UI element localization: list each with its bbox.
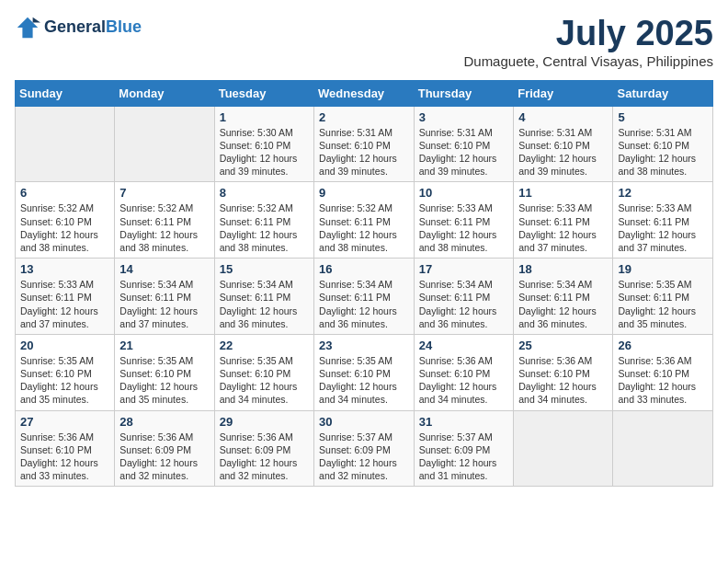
- calendar-cell: 20Sunrise: 5:35 AM Sunset: 6:10 PM Dayli…: [16, 334, 115, 410]
- calendar-cell: 30Sunrise: 5:37 AM Sunset: 6:09 PM Dayli…: [314, 410, 415, 487]
- day-number: 24: [419, 339, 508, 352]
- calendar-cell: 13Sunrise: 5:33 AM Sunset: 6:11 PM Dayli…: [16, 259, 115, 335]
- month-title: July 2025: [463, 15, 713, 53]
- calendar-cell: 2Sunrise: 5:31 AM Sunset: 6:10 PM Daylig…: [314, 106, 415, 182]
- calendar-cell: 11Sunrise: 5:33 AM Sunset: 6:11 PM Dayli…: [514, 182, 613, 259]
- day-info: Sunrise: 5:34 AM Sunset: 6:11 PM Dayligh…: [319, 278, 409, 330]
- day-info: Sunrise: 5:32 AM Sunset: 6:11 PM Dayligh…: [319, 201, 409, 254]
- day-info: Sunrise: 5:33 AM Sunset: 6:11 PM Dayligh…: [618, 201, 708, 254]
- day-number: 20: [20, 339, 109, 352]
- calendar-cell: 26Sunrise: 5:36 AM Sunset: 6:10 PM Dayli…: [613, 334, 713, 410]
- calendar-cell: 15Sunrise: 5:34 AM Sunset: 6:11 PM Dayli…: [214, 259, 313, 335]
- calendar-cell: [613, 410, 713, 487]
- day-info: Sunrise: 5:36 AM Sunset: 6:10 PM Dayligh…: [20, 431, 109, 483]
- day-number: 31: [419, 415, 508, 429]
- day-info: Sunrise: 5:31 AM Sunset: 6:10 PM Dayligh…: [319, 126, 409, 178]
- calendar-cell: 22Sunrise: 5:35 AM Sunset: 6:10 PM Dayli…: [214, 334, 313, 410]
- day-number: 26: [618, 339, 708, 352]
- day-info: Sunrise: 5:34 AM Sunset: 6:11 PM Dayligh…: [220, 278, 309, 330]
- day-info: Sunrise: 5:37 AM Sunset: 6:09 PM Dayligh…: [319, 431, 409, 483]
- day-number: 1: [220, 110, 309, 124]
- day-info: Sunrise: 5:32 AM Sunset: 6:10 PM Dayligh…: [20, 201, 109, 254]
- calendar-week-row: 20Sunrise: 5:35 AM Sunset: 6:10 PM Dayli…: [16, 334, 713, 410]
- day-info: Sunrise: 5:30 AM Sunset: 6:10 PM Dayligh…: [220, 126, 309, 178]
- day-info: Sunrise: 5:36 AM Sunset: 6:09 PM Dayligh…: [220, 431, 309, 483]
- day-number: 12: [618, 186, 708, 200]
- day-number: 11: [518, 186, 608, 200]
- calendar-cell: [16, 106, 115, 182]
- day-number: 16: [319, 262, 409, 276]
- day-number: 22: [220, 339, 309, 352]
- calendar-cell: 10Sunrise: 5:33 AM Sunset: 6:11 PM Dayli…: [414, 182, 513, 259]
- day-header-tuesday: Tuesday: [214, 80, 313, 106]
- calendar-cell: 28Sunrise: 5:36 AM Sunset: 6:09 PM Dayli…: [115, 410, 214, 487]
- logo-icon: [15, 15, 40, 40]
- calendar-cell: 19Sunrise: 5:35 AM Sunset: 6:11 PM Dayli…: [613, 259, 713, 335]
- calendar-cell: 4Sunrise: 5:31 AM Sunset: 6:10 PM Daylig…: [514, 106, 613, 182]
- day-number: 4: [518, 110, 608, 124]
- page-header: GeneralBlue July 2025 Dumaguete, Central…: [15, 15, 713, 69]
- day-number: 25: [518, 339, 608, 352]
- day-info: Sunrise: 5:35 AM Sunset: 6:11 PM Dayligh…: [618, 278, 708, 330]
- day-info: Sunrise: 5:35 AM Sunset: 6:10 PM Dayligh…: [220, 354, 309, 407]
- calendar-cell: 27Sunrise: 5:36 AM Sunset: 6:10 PM Dayli…: [16, 410, 115, 487]
- day-info: Sunrise: 5:33 AM Sunset: 6:11 PM Dayligh…: [419, 201, 508, 254]
- day-number: 10: [419, 186, 508, 200]
- day-number: 18: [518, 262, 608, 276]
- day-number: 17: [419, 262, 508, 276]
- day-number: 5: [618, 110, 708, 124]
- calendar-week-row: 27Sunrise: 5:36 AM Sunset: 6:10 PM Dayli…: [16, 410, 713, 487]
- day-header-sunday: Sunday: [16, 80, 115, 106]
- day-number: 27: [20, 415, 109, 429]
- calendar-cell: 29Sunrise: 5:36 AM Sunset: 6:09 PM Dayli…: [214, 410, 313, 487]
- calendar-cell: 21Sunrise: 5:35 AM Sunset: 6:10 PM Dayli…: [115, 334, 214, 410]
- calendar-cell: 1Sunrise: 5:30 AM Sunset: 6:10 PM Daylig…: [214, 106, 313, 182]
- day-number: 15: [220, 262, 309, 276]
- calendar-cell: 8Sunrise: 5:32 AM Sunset: 6:11 PM Daylig…: [214, 182, 313, 259]
- calendar-cell: 3Sunrise: 5:31 AM Sunset: 6:10 PM Daylig…: [414, 106, 513, 182]
- day-info: Sunrise: 5:31 AM Sunset: 6:10 PM Dayligh…: [618, 126, 708, 178]
- calendar-week-row: 6Sunrise: 5:32 AM Sunset: 6:10 PM Daylig…: [16, 182, 713, 259]
- calendar-cell: 18Sunrise: 5:34 AM Sunset: 6:11 PM Dayli…: [514, 259, 613, 335]
- calendar-week-row: 13Sunrise: 5:33 AM Sunset: 6:11 PM Dayli…: [16, 259, 713, 335]
- day-info: Sunrise: 5:34 AM Sunset: 6:11 PM Dayligh…: [119, 278, 209, 330]
- logo-general-text: GeneralBlue: [44, 18, 142, 37]
- day-number: 7: [119, 186, 209, 200]
- day-info: Sunrise: 5:32 AM Sunset: 6:11 PM Dayligh…: [119, 201, 209, 254]
- day-number: 23: [319, 339, 409, 352]
- calendar-cell: 5Sunrise: 5:31 AM Sunset: 6:10 PM Daylig…: [613, 106, 713, 182]
- day-header-monday: Monday: [115, 80, 214, 106]
- day-number: 9: [319, 186, 409, 200]
- calendar-table: SundayMondayTuesdayWednesdayThursdayFrid…: [15, 80, 713, 487]
- day-number: 21: [119, 339, 209, 352]
- day-number: 28: [119, 415, 209, 429]
- calendar-cell: [115, 106, 214, 182]
- day-info: Sunrise: 5:34 AM Sunset: 6:11 PM Dayligh…: [419, 278, 508, 330]
- calendar-cell: 9Sunrise: 5:32 AM Sunset: 6:11 PM Daylig…: [314, 182, 415, 259]
- day-info: Sunrise: 5:32 AM Sunset: 6:11 PM Dayligh…: [220, 201, 309, 254]
- day-info: Sunrise: 5:35 AM Sunset: 6:10 PM Dayligh…: [20, 354, 109, 407]
- day-number: 29: [220, 415, 309, 429]
- calendar-cell: 14Sunrise: 5:34 AM Sunset: 6:11 PM Dayli…: [115, 259, 214, 335]
- day-number: 30: [319, 415, 409, 429]
- calendar-cell: 24Sunrise: 5:36 AM Sunset: 6:10 PM Dayli…: [414, 334, 513, 410]
- day-info: Sunrise: 5:36 AM Sunset: 6:10 PM Dayligh…: [518, 354, 608, 407]
- day-info: Sunrise: 5:33 AM Sunset: 6:11 PM Dayligh…: [20, 278, 109, 330]
- day-info: Sunrise: 5:33 AM Sunset: 6:11 PM Dayligh…: [518, 201, 608, 254]
- day-info: Sunrise: 5:35 AM Sunset: 6:10 PM Dayligh…: [319, 354, 409, 407]
- day-info: Sunrise: 5:37 AM Sunset: 6:09 PM Dayligh…: [419, 431, 508, 483]
- day-header-saturday: Saturday: [613, 80, 713, 106]
- day-header-thursday: Thursday: [414, 80, 513, 106]
- calendar-cell: 7Sunrise: 5:32 AM Sunset: 6:11 PM Daylig…: [115, 182, 214, 259]
- logo: GeneralBlue: [15, 15, 142, 40]
- day-number: 3: [419, 110, 508, 124]
- calendar-cell: 23Sunrise: 5:35 AM Sunset: 6:10 PM Dayli…: [314, 334, 415, 410]
- calendar-header-row: SundayMondayTuesdayWednesdayThursdayFrid…: [16, 80, 713, 106]
- calendar-week-row: 1Sunrise: 5:30 AM Sunset: 6:10 PM Daylig…: [16, 106, 713, 182]
- day-info: Sunrise: 5:36 AM Sunset: 6:10 PM Dayligh…: [419, 354, 508, 407]
- day-number: 13: [20, 262, 109, 276]
- day-number: 6: [20, 186, 109, 200]
- day-info: Sunrise: 5:34 AM Sunset: 6:11 PM Dayligh…: [518, 278, 608, 330]
- calendar-cell: 12Sunrise: 5:33 AM Sunset: 6:11 PM Dayli…: [613, 182, 713, 259]
- day-header-friday: Friday: [514, 80, 613, 106]
